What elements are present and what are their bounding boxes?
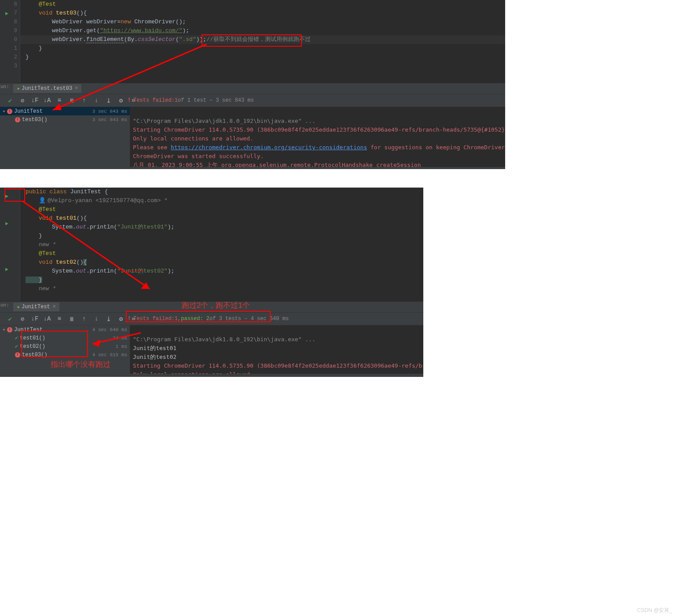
- run-toolbar: ✔ ⊘ ↓F ↓A ≡ ≣ ↑ ↓ ⤓ ⚙ » ! Tests failed: …: [0, 312, 423, 325]
- export-icon[interactable]: ⤓: [105, 315, 113, 323]
- sort-icon[interactable]: ↓F: [31, 315, 39, 323]
- run-gutter-icon[interactable]: ▶: [5, 193, 8, 199]
- tree-time: 24 ms: [113, 336, 127, 341]
- text: (): [77, 259, 84, 266]
- test-status: ! Tests failed: 1 , passed: 2 of 3 tests…: [128, 316, 289, 322]
- stop-icon[interactable]: ⊘: [18, 315, 26, 323]
- run-tab[interactable]: ⬥ JunitTest ×: [13, 302, 59, 311]
- rerun-icon[interactable]: ✔: [6, 96, 14, 104]
- test-status: ! Tests failed: 1 of 1 test – 3 sec 843 …: [128, 97, 254, 103]
- tree-time: 4 sec 615 ms: [92, 352, 127, 358]
- tree-item[interactable]: !test03() 4 sec 615 ms: [0, 350, 130, 359]
- settings-icon[interactable]: ⚙: [117, 96, 125, 104]
- text: (){: [77, 10, 87, 16]
- fail-badge-icon: !: [15, 117, 20, 122]
- console-line: Junit的test01: [133, 345, 176, 351]
- run-toolwindow-label: un:: [0, 84, 9, 89]
- code-editor[interactable]: public class JunitTest { 👤@Velpro-yanan …: [20, 188, 423, 293]
- prev-icon[interactable]: ↑: [80, 96, 88, 104]
- code-editor[interactable]: @Test void test03(){ WebDriver webDriver…: [20, 0, 505, 62]
- chevron-down-icon[interactable]: ▾: [3, 327, 5, 332]
- tree-root[interactable]: ▾!JunitTest 4 sec 640 ms: [0, 325, 130, 334]
- tree-label: JunitTest: [14, 108, 43, 114]
- text: .println(: [86, 224, 117, 230]
- run-tab[interactable]: ⬥ JunitTest.test03 ×: [13, 84, 81, 93]
- test-tree[interactable]: ▾!JunitTest 3 sec 843 ms !test03() 3 sec…: [0, 107, 130, 167]
- status-fail-count: 1: [175, 97, 178, 103]
- line-number: 7: [0, 9, 17, 18]
- console-line: Starting ChromeDriver 114.0.5735.90 (386…: [133, 126, 505, 133]
- next-icon[interactable]: ↓: [92, 96, 100, 104]
- tree-time: 3 sec 843 ms: [92, 109, 127, 114]
- annotation: @Test: [26, 250, 56, 257]
- console-link[interactable]: https://chromedriver.chromium.org/securi…: [171, 144, 367, 151]
- status-text: ,: [178, 316, 181, 322]
- fail-badge-icon: !: [15, 352, 20, 358]
- console[interactable]: "C:\Program Files\Java\jdk1.8.0_192\bin\…: [130, 107, 505, 167]
- annotation-text: 指出哪个没有跑过: [51, 359, 110, 369]
- collapse-icon[interactable]: ≣: [68, 96, 76, 104]
- expand-icon[interactable]: ≡: [55, 315, 63, 323]
- tree-item[interactable]: ✔test01() 24 ms: [0, 334, 130, 342]
- fail-badge-icon: !: [7, 327, 12, 332]
- run-gutter-icon[interactable]: ▶: [5, 10, 8, 17]
- status-rest: of 3 tests – 4 sec 640 ms: [209, 316, 289, 322]
- sort-icon[interactable]: ↓F: [31, 96, 39, 104]
- type: ChromeDriver: [134, 18, 176, 25]
- sort-icon[interactable]: ↓A: [43, 315, 51, 323]
- rerun-icon[interactable]: ✔: [6, 315, 14, 323]
- text: System.: [52, 268, 76, 274]
- collapse-icon[interactable]: ≣: [68, 315, 76, 323]
- fail-badge-icon: !: [7, 109, 12, 114]
- tree-time: 4 sec 640 ms: [92, 327, 127, 332]
- text: System.: [52, 224, 76, 230]
- text: (By.: [124, 36, 138, 43]
- next-icon[interactable]: ↓: [92, 315, 100, 323]
- status-fail-label: Tests failed:: [133, 316, 175, 322]
- tree-root[interactable]: ▾!JunitTest 3 sec 843 ms: [0, 107, 130, 115]
- close-icon[interactable]: ×: [53, 304, 56, 310]
- brace: {: [83, 259, 87, 266]
- method-name: test02: [56, 259, 77, 266]
- stop-icon[interactable]: ⊘: [18, 96, 26, 104]
- line-number: 8: [0, 18, 17, 26]
- line-number: 0: [0, 35, 17, 44]
- keyword: class: [50, 188, 70, 195]
- tree-time: 1 ms: [116, 344, 127, 349]
- string-url[interactable]: "https://www.baidu.com/": [100, 27, 182, 34]
- run-panel: un: ⬥ JunitTest.test03 × ✔ ⊘ ↓F ↓A ≡ ≣ ↑…: [0, 83, 505, 169]
- method-call: cssSelector: [138, 36, 176, 43]
- method-call: findElement: [86, 36, 124, 43]
- string: nit的: [128, 268, 143, 274]
- string: ".sd": [179, 36, 196, 43]
- brace: }: [26, 232, 42, 239]
- test-icon: ⬥: [17, 304, 20, 310]
- expand-icon[interactable]: ≡: [55, 96, 63, 104]
- console-line: Starting ChromeDriver 114.0.5735.90 (386…: [133, 362, 423, 369]
- author-hint: @Velpro-yanan <1927150774@qq.com> *: [48, 197, 168, 204]
- keyword: public: [26, 188, 50, 195]
- run-gutter-icon[interactable]: ▶: [5, 266, 8, 273]
- test-icon: ⬥: [17, 85, 20, 92]
- tree-item[interactable]: !test03() 3 sec 843 ms: [0, 115, 130, 124]
- console-line: 八月 01, 2023 9:00:55 上午 org.openqa.seleni…: [133, 162, 421, 167]
- keyword: void: [39, 215, 56, 221]
- brace: }: [26, 277, 42, 283]
- line-number: 9: [0, 26, 17, 35]
- pass-icon: ✔: [15, 343, 18, 350]
- console[interactable]: "C:\Program Files\Java\jdk1.8.0_192\bin\…: [130, 325, 423, 374]
- export-icon[interactable]: ⤓: [105, 96, 113, 104]
- string: "Ju: [117, 268, 127, 274]
- run-gutter-icon[interactable]: ▶: [5, 220, 8, 227]
- settings-icon[interactable]: ⚙: [117, 315, 125, 323]
- text: webDriver.: [52, 36, 86, 43]
- chevron-down-icon[interactable]: ▾: [3, 109, 5, 114]
- ide-window-1: 6 7 8 9 0 1 2 3 ▶ @Test void test03(){ W…: [0, 0, 505, 169]
- tree-item[interactable]: ✔test02() 1 ms: [0, 342, 130, 350]
- close-icon[interactable]: ×: [75, 85, 78, 92]
- brace: }: [26, 54, 29, 60]
- type: WebDriver: [52, 18, 83, 25]
- sort-icon[interactable]: ↓A: [43, 96, 51, 104]
- prev-icon[interactable]: ↑: [80, 315, 88, 323]
- tree-time: 3 sec 843 ms: [92, 117, 127, 122]
